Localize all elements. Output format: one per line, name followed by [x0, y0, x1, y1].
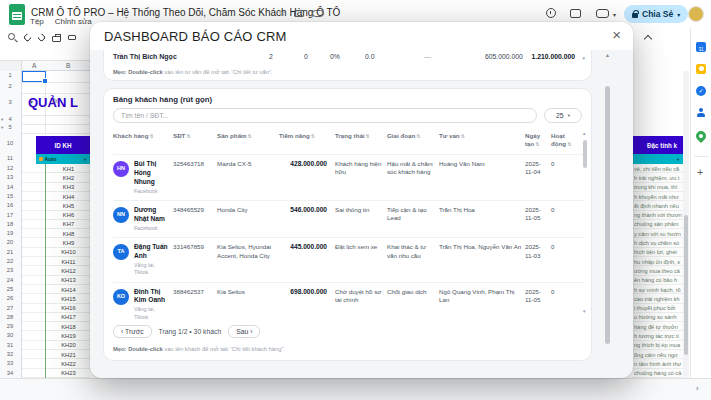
- trait-cell[interactable]: n tâm hình ảnh thư: [634, 359, 683, 368]
- grid-area[interactable]: [22, 164, 45, 378]
- sort-icon[interactable]: ⇅: [186, 133, 190, 139]
- row-number[interactable]: 20: [0, 239, 20, 245]
- trait-cell[interactable]: h tương tác trực ti: [634, 331, 683, 340]
- customer-id-cell[interactable]: KH6: [46, 211, 91, 220]
- customer-id-cell[interactable]: KH9: [46, 238, 91, 247]
- modal-scrollbar[interactable]: ▲ ▼: [604, 52, 612, 378]
- share-caret-icon[interactable]: ▾: [677, 11, 680, 18]
- prev-page-button[interactable]: ‹ Trước: [113, 325, 152, 338]
- customer-id-cell[interactable]: KH18: [46, 322, 91, 331]
- column-header-b[interactable]: B: [66, 62, 70, 69]
- trait-cell[interactable]: h trải nghiệm, ưu t: [634, 173, 683, 182]
- row-number[interactable]: 14: [0, 184, 20, 190]
- row-number[interactable]: 2: [0, 83, 20, 89]
- trait-cell[interactable]: ên hàng có bảo h: [634, 276, 683, 285]
- trait-cell[interactable]: hàng để tự thưởn: [634, 322, 683, 331]
- hide-menus-icon[interactable]: [644, 35, 652, 43]
- trait-cell[interactable]: chuộng sản phẩm: [634, 220, 683, 229]
- customer-name[interactable]: Bùi Thị Hồng Nhung: [134, 160, 170, 187]
- redo-icon[interactable]: [37, 33, 47, 43]
- filter-row[interactable]: Auto ▼: [36, 154, 90, 164]
- menu-item-chỉnh sửa[interactable]: Chỉnh sửa: [55, 17, 92, 26]
- customer-id-cell[interactable]: KH23: [46, 369, 91, 378]
- row-number[interactable]: 34: [0, 370, 20, 376]
- trait-cell[interactable]: ường mua theo cả: [634, 266, 683, 275]
- customer-id-cell[interactable]: KH20: [46, 341, 91, 350]
- customer-id-cell[interactable]: KH13: [46, 276, 91, 285]
- menu-item-tệp[interactable]: Tệp: [30, 17, 44, 26]
- customer-name[interactable]: Dương Nhật Nam: [134, 206, 170, 224]
- row-number[interactable]: 33: [0, 360, 20, 366]
- customer-id-cell[interactable]: KH11: [46, 257, 91, 266]
- table-row[interactable]: TAĐặng Tuấn AnhVãng lai, Tiktok331467859…: [113, 237, 584, 281]
- comments-icon[interactable]: [570, 9, 581, 18]
- search-input[interactable]: [113, 108, 537, 123]
- trait-cell[interactable]: h sự minh bạch, rõ: [634, 285, 683, 294]
- row-number[interactable]: 10: [0, 140, 20, 146]
- contacts-icon[interactable]: [696, 108, 706, 118]
- customer-id-cell[interactable]: KH7: [46, 220, 91, 229]
- calendar-icon[interactable]: 31: [696, 42, 706, 52]
- print-icon[interactable]: [52, 36, 61, 42]
- trait-cell[interactable]: hu nhập ổn định, s: [634, 257, 683, 266]
- column-header-trạng-thái[interactable]: Trạng thái⇅: [335, 129, 387, 154]
- close-icon[interactable]: ×: [612, 26, 621, 43]
- sort-icon[interactable]: ⇅: [366, 133, 370, 139]
- row-number[interactable]: 22: [0, 258, 20, 264]
- row-number[interactable]: 26: [0, 295, 20, 301]
- trait-cell[interactable]: trong khi mua, thí: [634, 183, 683, 192]
- column-header-sản-phẩm[interactable]: Sản phẩm⇅: [217, 129, 279, 154]
- column-header-sđt[interactable]: SĐT⇅: [173, 129, 217, 154]
- row-number[interactable]: 1: [0, 72, 20, 78]
- share-button[interactable]: Chia Sẻ ▾: [624, 5, 688, 23]
- table-scrollbar[interactable]: ▲ ▼: [582, 131, 587, 314]
- row-number[interactable]: 27: [0, 305, 20, 311]
- trait-cell[interactable]: ồng cảm nếu ngư: [634, 350, 683, 359]
- sort-icon[interactable]: ⇅: [416, 133, 420, 139]
- trait-column[interactable]: vẻ, chi tiền nếu cầh trải nghiệm, ưu ttr…: [633, 164, 683, 378]
- sort-icon[interactable]: ⇅: [248, 133, 252, 139]
- trait-cell[interactable]: ng thành với thươn: [634, 211, 683, 220]
- customer-id-cell[interactable]: KH5: [46, 201, 91, 210]
- column-header-hoạt-động[interactable]: Hoạt động⇅: [551, 129, 584, 154]
- sheet-vertical-scrollbar[interactable]: [683, 71, 689, 378]
- row-number[interactable]: 32: [0, 351, 20, 357]
- star-icon[interactable]: ☆: [278, 8, 286, 18]
- customer-id-cell[interactable]: KH4: [46, 192, 91, 201]
- customer-id-cell[interactable]: KH21: [46, 350, 91, 359]
- trait-cell[interactable]: hích tiện lợi, ghét: [634, 248, 683, 257]
- column-header-giai-đoạn[interactable]: Giai đoạn⇅: [387, 129, 439, 154]
- advisor-scroll-down-icon[interactable]: ▼: [582, 56, 586, 61]
- customer-id-cell[interactable]: KH1: [46, 164, 91, 173]
- customer-name[interactable]: Đặng Tuấn Anh: [134, 243, 170, 261]
- filter-caret-icon[interactable]: ▼: [83, 157, 87, 162]
- row-number[interactable]: 15: [0, 193, 20, 199]
- next-page-button[interactable]: Sau ›: [228, 325, 260, 338]
- maps-icon[interactable]: [694, 129, 708, 143]
- trait-cell[interactable]: ng thích bị ép mua: [634, 341, 683, 350]
- trait-cell[interactable]: chuộng hàng có cả: [634, 369, 683, 378]
- customer-name[interactable]: Đinh Thị Kim Oanh: [134, 288, 170, 306]
- table-row[interactable]: NNDương Nhật NamFacebook348465529Honda C…: [113, 200, 584, 237]
- tasks-icon[interactable]: ✓: [696, 86, 706, 96]
- customer-id-cell[interactable]: KH17: [46, 313, 91, 322]
- row-number[interactable]: 21: [0, 249, 20, 255]
- row-number[interactable]: 13: [0, 174, 20, 180]
- trait-cell[interactable]: h khuyến mãi như: [634, 192, 683, 201]
- row-group-collapse-icon[interactable]: ▾: [1, 117, 3, 122]
- account-avatar[interactable]: [688, 6, 704, 22]
- move-folder-icon[interactable]: [294, 10, 304, 17]
- row-number[interactable]: 17: [0, 212, 20, 218]
- customer-id-cell[interactable]: KH10: [46, 248, 91, 257]
- version-history-icon[interactable]: [546, 8, 556, 18]
- row-number[interactable]: 31: [0, 342, 20, 348]
- sort-icon[interactable]: ⇅: [149, 133, 153, 139]
- row-number[interactable]: 23: [0, 267, 20, 273]
- sort-icon[interactable]: ⇅: [311, 133, 315, 139]
- row-number[interactable]: 24: [0, 277, 20, 283]
- paint-format-icon[interactable]: [68, 35, 76, 40]
- column-header-khách-hàng[interactable]: Khách hàng⇅: [113, 129, 173, 154]
- sort-icon[interactable]: ⇅: [461, 133, 465, 139]
- row-number[interactable]: 28: [0, 314, 20, 320]
- trait-cell[interactable]: u hướng so sánh: [634, 313, 683, 322]
